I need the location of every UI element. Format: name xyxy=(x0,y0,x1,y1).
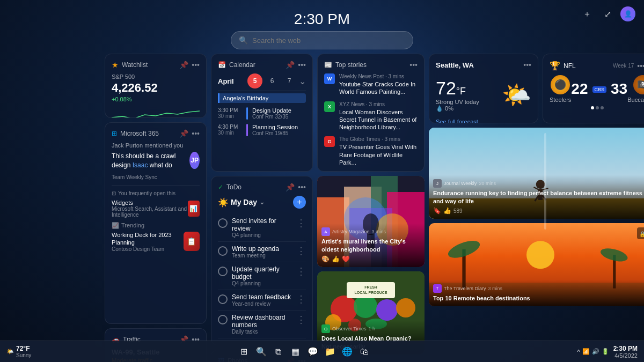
todo-more-2[interactable]: ⋮ xyxy=(296,265,306,277)
cal-day-6[interactable]: 6 xyxy=(265,73,280,88)
todo-checkbox-4[interactable] xyxy=(218,315,228,324)
todo-checkbox-3[interactable] xyxy=(218,294,228,304)
store-button[interactable]: 🛍 xyxy=(358,346,370,358)
more-icon-nfl[interactable]: ••• xyxy=(637,62,644,70)
chevron-up-icon[interactable]: ^ xyxy=(577,349,580,355)
todo-more-4[interactable]: ⋮ xyxy=(296,314,306,326)
taskbar-clock[interactable]: 2:30 PM 4/5/2022 xyxy=(613,345,638,359)
todo-more-1[interactable]: ⋮ xyxy=(296,245,306,257)
weather-temp: 72°F xyxy=(436,78,479,99)
endurance-card[interactable]: J Journal Weekly 20 mins Endurance runni… xyxy=(429,128,644,219)
taskbar-right: ^ 📶 🔊 🔋 2:30 PM 4/5/2022 xyxy=(577,345,638,359)
team-buccaneers: 🏴‍☠️ Buccaneers xyxy=(627,75,644,103)
taskbar-weather: 🌤️ 72°F Sunny xyxy=(6,345,31,358)
todo-icon: ✓ xyxy=(218,183,223,191)
news-item-2[interactable]: G The Globe Times · 3 mins TV Presenter … xyxy=(324,136,418,166)
clock-display: 2:30 PM xyxy=(294,11,350,28)
news-icon: 📰 xyxy=(324,61,332,69)
todo-more-3[interactable]: ⋮ xyxy=(296,293,306,305)
svg-point-19 xyxy=(396,298,415,317)
trending-label: 📈 Trending xyxy=(112,222,200,229)
search-icon: 🔍 xyxy=(239,36,248,45)
news-meta-1: XYZ News · 3 mins xyxy=(339,101,418,107)
windows-start-button[interactable]: ⊞ xyxy=(238,346,250,358)
forecast-link[interactable]: See full forecast xyxy=(436,119,531,123)
endurance-source: J Journal Weekly 20 mins xyxy=(433,179,644,188)
battery-icon[interactable]: 🔋 xyxy=(602,348,609,355)
todo-checkbox-1[interactable] xyxy=(218,246,228,256)
weather-location: Seattle, WA xyxy=(436,61,474,69)
mural-source-dot: A xyxy=(321,227,330,236)
mural-reactions: 🎨 👍 ❤️ xyxy=(321,255,420,263)
todo-checkbox-0[interactable] xyxy=(218,218,228,228)
more-icon-todo[interactable]: ••• xyxy=(298,183,306,191)
beaches-headline: Top 10 Remote beach destinations xyxy=(433,294,644,302)
svg-point-36 xyxy=(526,241,554,269)
stock-value: 4,226.52 xyxy=(112,81,200,95)
sparkline-chart xyxy=(112,107,200,118)
edge-button[interactable]: 🌐 xyxy=(341,346,353,358)
star-icon: ★ xyxy=(112,61,119,69)
more-icon[interactable]: ••• xyxy=(192,61,200,69)
bucs-logo: 🏴‍☠️ xyxy=(633,75,644,94)
mural-card[interactable]: A Artistry Magazine 3 mins Artist's mura… xyxy=(317,176,425,267)
cal-event-1: 3:30 PM 30 min Design Update Conf Rm 32/… xyxy=(218,107,306,120)
beaches-card[interactable]: 🔒 T The Travelers Diary 3 mins Top 10 Re… xyxy=(429,223,644,306)
trending-item[interactable]: Working Deck for 2023 Planning Contoso D… xyxy=(112,231,200,253)
beaches-lock-badge: 🔒 xyxy=(637,227,644,239)
expand-button[interactable]: ⤢ xyxy=(600,6,615,21)
pin-icon-m365[interactable]: 📌 xyxy=(179,129,188,138)
more-icon-stories[interactable]: ••• xyxy=(409,61,418,69)
cal-day-7[interactable]: 7 xyxy=(282,73,297,88)
ms-icon: ⊞ xyxy=(112,130,117,137)
more-icon-weather[interactable]: ••• xyxy=(523,61,531,69)
weather-description: Strong UV today xyxy=(436,99,479,105)
watchlist-widget: ★ Watchlist 📌 ••• S&P 500 4,226.52 +0.08… xyxy=(105,54,207,118)
meeting-label: Team Weekly Sync xyxy=(112,174,185,180)
panel-scrollbar[interactable] xyxy=(544,133,546,230)
taskbar-left: 🌤️ 72°F Sunny xyxy=(6,345,31,358)
add-widget-button[interactable]: ＋ xyxy=(580,6,595,21)
explorer-button[interactable]: 📁 xyxy=(324,346,336,358)
pin-icon-cal[interactable]: 📌 xyxy=(286,61,295,69)
contact-avatar: JP xyxy=(189,152,200,169)
news-source-dot-0: W xyxy=(324,73,335,84)
pin-icon[interactable]: 📌 xyxy=(179,61,188,69)
doc-item-widgets[interactable]: Widgets Microsoft Search, Assistant and … xyxy=(112,200,200,218)
news-source-dot-1: X xyxy=(324,101,335,112)
weather-widget: Seattle, WA ••• 72°F Strong UV today 💧 0… xyxy=(429,54,538,123)
m365-title: Microsoft 365 xyxy=(120,130,159,137)
news-item-0[interactable]: W Weekly News Post · 3 mins Youtube Star… xyxy=(324,73,418,96)
news-item-1[interactable]: X XYZ News · 3 mins Local Woman Discover… xyxy=(324,101,418,131)
produce-card-source: O Observer Times 1 h xyxy=(321,324,420,333)
search-taskbar-button[interactable]: 🔍 xyxy=(255,346,267,358)
score2: 33 xyxy=(611,80,627,98)
more-icon-m365[interactable]: ••• xyxy=(192,129,200,138)
pin-icon-todo[interactable]: 📌 xyxy=(286,183,295,191)
widgets-taskbar-button[interactable]: ▦ xyxy=(290,346,302,358)
todo-checkbox-2[interactable] xyxy=(218,267,228,276)
taskbar-time: 2:30 PM xyxy=(613,345,638,352)
wifi-icon[interactable]: 📶 xyxy=(582,348,590,355)
taskbar-center: ⊞ 🔍 ⧉ ▦ 💬 📁 🌐 🛍 xyxy=(238,346,370,358)
cal-expand-icon[interactable]: ⌄ xyxy=(299,76,306,86)
todo-widget: ✓ ToDo 📌 ••• ☀️ My Day ⌄ + Sen xyxy=(211,176,313,345)
user-avatar[interactable]: 👤 xyxy=(620,6,635,21)
doc-thumbnail: 📊 xyxy=(188,201,200,217)
m365-widget: ⊞ Microsoft 365 📌 ••• Jack Purton mentio… xyxy=(105,122,207,324)
cal-day-today[interactable]: 5 xyxy=(247,73,262,88)
mention-text: Jack Purton mentioned you xyxy=(112,142,200,149)
svg-text:LOCAL PRODUCE: LOCAL PRODUCE xyxy=(355,291,387,294)
teams-button[interactable]: 💬 xyxy=(307,346,319,358)
todo-title: ToDo xyxy=(226,183,241,191)
todo-more-0[interactable]: ⋮ xyxy=(296,217,306,229)
taskview-button[interactable]: ⧉ xyxy=(273,346,284,358)
todo-add-button[interactable]: + xyxy=(293,196,306,209)
calendar-widget: 📅 Calendar 📌 ••• April 5 6 7 ⌄ A xyxy=(211,54,313,172)
weather-icon: 🌤️ xyxy=(502,81,531,109)
search-input[interactable] xyxy=(252,36,405,45)
more-icon-cal[interactable]: ••• xyxy=(298,61,306,69)
search-bar[interactable]: 🔍 xyxy=(231,31,413,49)
volume-icon[interactable]: 🔊 xyxy=(592,348,599,355)
calendar-icon: 📅 xyxy=(218,61,226,69)
